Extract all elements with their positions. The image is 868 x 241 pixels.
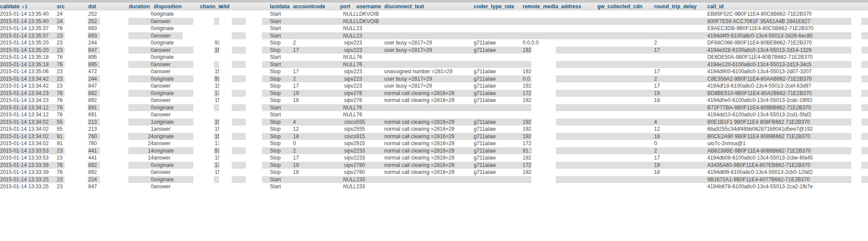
cell-username: 233 [356,147,384,155]
table-row: 2015-01-14 13:35:18768950answer192.Start… [0,61,868,68]
cell-port: NULL [340,32,356,40]
cell-accountcode: 2 [293,39,340,47]
cell-call_id: 4194d6f8-6100a8c0-13c4-55013-2cb0-12faf2 [707,169,868,176]
cell-calldate: 2015-01-14 13:33:39 [0,169,57,176]
cell-coder_type_rate [474,104,523,112]
table-row: 2015-01-14 13:35:37768930originate192.St… [0,25,868,32]
cell-call_id: B0CE2A90 9B0F11E4 8089B662 71E2B370 [707,133,868,140]
cell-calldate: 2015-01-14 13:34:02 [0,126,57,133]
redaction-overlay [851,10,861,190]
cell-accountcode [293,61,340,68]
cell-lastdata: Start [270,54,293,61]
cell-port: sipv2 [340,169,356,176]
cell-username: 76 [356,111,384,119]
cell-duration: 0 [129,97,154,104]
cell-calldate: 2015-01-14 13:34:02 [0,140,57,147]
cell-username: 23 [356,32,384,40]
cell-gw_collected_cdn [597,126,654,133]
cell-duration: 0 [129,90,154,97]
column-header-dst[interactable]: dst [88,3,129,10]
table-row: 2015-01-14 13:33:39768920originate17192.… [0,162,868,169]
cell-calldate: 2015-01-14 13:33:39 [0,162,57,169]
cell-lastdata: Start [270,176,293,183]
cell-gw_collected_cdn [597,82,654,90]
cell-username: 23 [356,39,384,47]
cell-call_id: 4194d900-6100a8c0-13c4-55013-2d07-3207 [707,68,868,75]
cell-accountcode [293,32,340,40]
cell-calldate: 2015-01-14 13:34:02 [0,119,57,126]
cell-coder_type_rate: g711alaw [474,147,523,155]
cell-round_trip_delay [654,10,707,18]
cell-gw_collected_cdn [597,32,654,40]
cell-gw_collected_cdn [597,61,654,68]
cell-port: sipv2 [340,147,356,155]
cell-port: sipv2 [340,68,356,75]
cell-disconnect_text: normal call clearing =2816=29 [384,147,474,155]
column-header-clid[interactable]: clid [220,3,270,10]
cell-accountcode [293,18,340,25]
cell-disconnect_text [384,61,474,68]
table-row: 2015-01-14 13:35:20232440originate91192.… [0,39,868,47]
column-header-port[interactable]: port [340,3,356,10]
cell-call_id: 4194d4f0-6100a8c0-13c4-55013-2d26-6ec80 [707,32,868,40]
cell-accountcode: 17 [293,68,340,75]
cell-lastdata: Stop [270,82,293,90]
column-header-gw-collected-cdn[interactable]: gw_collected_cdn [597,3,654,10]
column-header-chann-in[interactable]: chann_in [200,3,220,10]
cell-round_trip_delay: 4 [654,119,707,126]
column-header-call-id[interactable]: call_id [707,3,868,10]
column-header-round-trip-delay[interactable]: round_trip_delay [654,3,707,10]
cell-call_id: 4194db08-6100a8c0-13c4-55013-2cbe-6fa45 [707,154,868,162]
cell-round_trip_delay [654,61,707,68]
cell-username: 233 [356,176,384,183]
cell-calldate: 2015-01-14 13:34:42 [0,75,57,83]
cell-round_trip_delay: 18 [654,133,707,140]
table-row: 2015-01-14 13:35:37238930answer192.Start… [0,32,868,40]
cell-accountcode: 17 [293,154,340,162]
column-header-lastdata[interactable]: lastdata [270,3,293,10]
cell-duration: 0 [129,176,154,183]
cell-round_trip_delay [654,25,707,32]
column-header-src[interactable]: src [57,3,88,10]
cell-lastdata: Start [270,111,293,119]
column-header-username[interactable]: username [356,3,384,10]
table-row: 2015-01-14 13:34:42232440originate91192.… [0,75,868,83]
cell-gw_collected_cdn [597,25,654,32]
cell-calldate: 2015-01-14 13:35:18 [0,61,57,68]
cell-duration: 14 [129,154,154,162]
column-header-calldate[interactable]: calldate▾1 [0,3,57,10]
cell-port: sipv2 [340,90,356,97]
cell-call_id: EB85F52C-9B0F11E4-80C8B662-71E2B370 [707,10,868,18]
cell-call_id: B72F77BA-9B0F11E4-809BB662-71E2B370 [707,104,868,112]
column-header-accountcode[interactable]: accountcode [293,3,340,10]
column-header-duration[interactable]: duration [129,3,154,10]
column-header-disconnect-text[interactable]: disconnect_text [384,3,474,10]
cell-calldate: 2015-01-14 13:33:25 [0,183,57,190]
cell-disconnect_text [384,104,474,112]
cell-port: sipv2 [340,39,356,47]
table-row: 2015-01-14 13:35:40242520originate192.St… [0,10,868,18]
cell-coder_type_rate: g711alaw [474,169,523,176]
cell-disconnect_text [384,176,474,183]
column-header-disposition[interactable]: disposition [154,3,200,10]
cell-lastdata: Start [270,32,293,40]
cell-remote_media_address [523,18,597,25]
cell-gw_collected_cdn [597,133,654,140]
cell-round_trip_delay [654,176,707,183]
cell-calldate: 2015-01-14 13:35:06 [0,68,57,75]
cell-lastdata: Stop [270,90,293,97]
cell-round_trip_delay: 17 [654,82,707,90]
cell-port: sipv2 [340,140,356,147]
cell-coder_type_rate: g711alaw [474,154,523,162]
cell-duration: 0 [129,162,154,169]
column-header-remote-media-address[interactable]: remote_media_address [523,3,597,10]
cell-round_trip_delay: 2 [654,147,707,155]
cell-coder_type_rate: g711alaw [474,126,523,133]
cell-username: 760 [356,162,384,169]
cell-round_trip_delay [654,18,707,25]
cell-call_id: DE6DE50A-9B0F11E4-80B7B662-71E2B370 [707,54,868,61]
cell-call_id: E9AEC3DB-9B0F11E4-80C5B662-71E2B370 [707,25,868,32]
cell-port: cisco [340,133,356,140]
column-header-coder-type-rate[interactable]: coder_type_rate [474,3,523,10]
cell-duration: 0 [129,111,154,119]
